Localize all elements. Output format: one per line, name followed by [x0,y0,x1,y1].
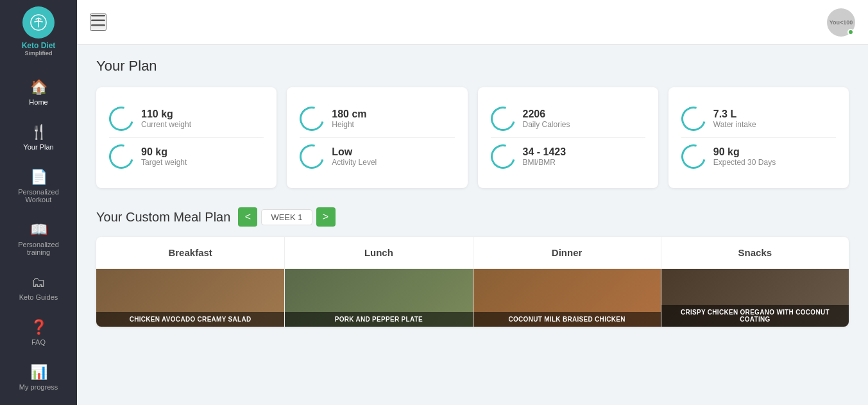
hamburger-button[interactable] [90,13,106,31]
activity-label: Activity Level [332,158,377,167]
water-value: 7.3 L [713,108,756,120]
sidebar-item-label-home: Home [29,98,47,106]
svg-rect-1 [91,15,105,17]
meal-cell-lunch[interactable]: PORK AND PEPPER PLATE [284,269,472,327]
meal-label-snacks: CRISPY CHICKEN OREGANO WITH COCONUT COAT… [661,305,849,327]
plan-card-row-water: 7.3 L Water intake [681,100,836,137]
svg-rect-3 [91,24,105,26]
meal-label-lunch: PORK AND PEPPER PLATE [285,312,472,327]
logo-icon [22,6,55,39]
meal-col-snacks: Snacks [661,237,849,268]
plan-card-water: 7.3 L Water intake 90 kg Expected 30 Day… [668,87,849,188]
sidebar-item-label-plan: Your Plan [23,143,53,151]
target-weight-value: 90 kg [141,146,187,158]
plan-card-row-calories: 2206 Daily Calories [491,100,645,137]
plan-card-row-bmi: 34 - 1423 BMI/BMR [491,137,645,175]
activity-value: Low [332,146,377,158]
avatar-container[interactable]: You<100 [827,8,855,37]
meal-col-lunch: Lunch [284,237,472,268]
week-next-button[interactable]: > [316,207,336,227]
plan-card-row-target-weight: 90 kg Target weight [109,137,264,175]
sidebar-item-your-plan[interactable]: 🍴 Your Plan [0,115,77,160]
circle-icon-bmi [486,140,520,173]
meal-cell-snacks[interactable]: CRISPY CHICKEN OREGANO WITH COCONUT COAT… [661,269,849,327]
plan-card-row-expected: 90 kg Expected 30 Days [681,137,836,175]
sidebar-item-home[interactable]: 🏠 Home [0,70,77,115]
water-label: Water intake [713,120,756,129]
sidebar: Keto Diet Simplified 🏠 Home 🍴 Your Plan … [0,0,77,405]
training-icon: 📖 [30,221,47,238]
circle-icon-activity [295,140,328,173]
sidebar-item-progress[interactable]: 📊 My progress [0,355,77,400]
logo: Keto Diet Simplified [22,6,56,57]
sidebar-item-label-progress: My progress [19,383,58,391]
expected-label: Expected 30 Days [713,158,776,167]
meal-col-breakfast: Breakfast [96,237,284,268]
calories-value: 2206 [523,108,570,120]
logo-name: Keto Diet [22,41,56,50]
plan-card-row-activity: Low Activity Level [300,137,454,175]
circle-icon-expected [677,140,710,173]
calories-label: Daily Calories [523,120,570,129]
meal-cell-breakfast[interactable]: CHICKEN AVOCADO CREAMY SALAD [96,269,284,327]
week-prev-button[interactable]: < [238,207,257,227]
plan-card-weight: 110 kg Current weight 90 kg Target weigh… [96,87,277,188]
expected-value: 90 kg [713,146,776,158]
target-weight-label: Target weight [141,158,187,167]
bmi-value: 34 - 1423 [523,146,566,158]
plan-card-row-height: 180 cm Height [300,100,454,137]
circle-icon-current-weight [105,102,138,135]
workout-icon: 📄 [30,169,47,185]
meal-plan-header: Your Custom Meal Plan < WEEK 1 > [96,207,849,227]
sidebar-item-training[interactable]: 📖 Personalized training [0,212,77,265]
plan-cards: 110 kg Current weight 90 kg Target weigh… [96,87,849,188]
sidebar-item-label-faq: FAQ [31,338,46,346]
meal-plan-title: Your Custom Meal Plan [96,210,230,225]
sidebar-item-label-workout: Personalized Workout [6,188,71,203]
height-label: Height [332,120,366,129]
sidebar-item-workout[interactable]: 📄 Personalized Workout [0,160,77,212]
meal-table: Breakfast Lunch Dinner Snacks CHICKEN AV… [96,237,849,327]
meal-label-dinner: COCONUT MILK BRAISED CHICKEN [473,312,661,327]
logo-tagline: Simplified [22,50,56,57]
sidebar-item-faq[interactable]: ❓ FAQ [0,310,77,355]
sidebar-item-keto-guides[interactable]: 🗂 Keto Guides [0,265,77,310]
svg-rect-2 [91,20,105,22]
main-area: You<100 Your Plan 110 kg Current weight [77,0,868,405]
week-nav: < WEEK 1 > [238,207,335,227]
topbar: You<100 [77,0,868,45]
height-value: 180 cm [332,108,366,120]
online-indicator [847,29,854,35]
plan-card-calories: 2206 Daily Calories 34 - 1423 BMI/BMR [478,87,658,188]
progress-icon: 📊 [30,364,47,381]
week-label: WEEK 1 [261,209,312,225]
sidebar-item-label-training: Personalized training [6,241,71,256]
current-weight-label: Current weight [141,120,191,129]
meal-header: Breakfast Lunch Dinner Snacks [96,237,849,269]
guides-icon: 🗂 [31,274,46,291]
plan-card-row-current-weight: 110 kg Current weight [109,100,264,137]
home-icon: 🏠 [30,79,47,96]
content: Your Plan 110 kg Current weight 90 kg Ta… [77,45,868,405]
sidebar-nav: 🏠 Home 🍴 Your Plan 📄 Personalized Workou… [0,70,77,400]
bmi-label: BMI/BMR [523,158,566,167]
meal-label-breakfast: CHICKEN AVOCADO CREAMY SALAD [96,312,284,327]
fork-icon: 🍴 [30,124,47,141]
meal-row: CHICKEN AVOCADO CREAMY SALAD PORK AND PE… [96,269,849,327]
meal-cell-dinner[interactable]: COCONUT MILK BRAISED CHICKEN [473,269,661,327]
plan-card-height: 180 cm Height Low Activity Level [287,87,467,188]
page-title: Your Plan [96,58,849,74]
circle-icon-water [677,102,710,135]
circle-icon-calories [486,102,520,135]
circle-icon-height [295,102,328,135]
faq-icon: ❓ [30,319,47,336]
current-weight-value: 110 kg [141,108,191,120]
meal-col-dinner: Dinner [473,237,661,268]
sidebar-item-label-guides: Keto Guides [19,293,58,301]
circle-icon-target-weight [105,140,138,173]
